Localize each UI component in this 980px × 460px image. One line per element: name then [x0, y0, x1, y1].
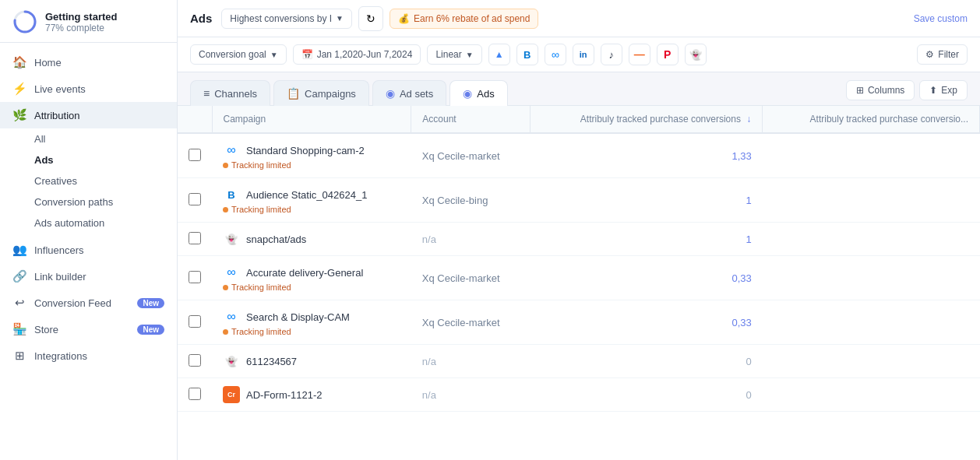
conversions1-cell: 0,33 — [531, 256, 763, 300]
sidebar-item-link-builder[interactable]: 🔗 Link builder — [0, 263, 177, 290]
sidebar-item-conversion-feed[interactable]: ↩ Conversion Feed New — [0, 290, 177, 316]
conversions1-column-header[interactable]: Attribuly tracked purchase conversions ↓ — [531, 106, 763, 133]
tab-ads[interactable]: ◉ Ads — [449, 80, 507, 106]
criteo-icon: — — [634, 48, 645, 61]
channel-linkedin[interactable]: in — [573, 44, 594, 65]
sort-desc-icon: ↓ — [746, 114, 751, 125]
columns-label: Columns — [868, 85, 904, 96]
row-checkbox[interactable] — [189, 193, 201, 205]
sidebar-item-store[interactable]: 🏪 Store New — [0, 316, 177, 342]
tracking-limited-badge: Tracking limited — [223, 160, 400, 170]
channel-bing[interactable]: B — [516, 44, 538, 65]
export-label: Exp — [941, 85, 957, 96]
tiktok-icon: ♪ — [608, 49, 614, 61]
campaign-name: 611234567 — [246, 356, 297, 367]
earn-rebate-button[interactable]: 💰 Earn 6% rebate of ad spend — [390, 9, 538, 29]
channel-snapchat[interactable]: 👻 — [685, 44, 707, 65]
progress-circle-icon — [12, 9, 37, 34]
row-checkbox[interactable] — [189, 315, 201, 328]
criteo-platform-icon: Cr — [223, 386, 240, 403]
tracking-dot-icon — [223, 163, 228, 168]
tab-ad-sets-label: Ad sets — [400, 88, 433, 100]
sidebar-item-influencers[interactable]: 👥 Influencers — [0, 237, 177, 263]
integrations-icon: ⊞ — [12, 349, 26, 363]
sidebar-item-integrations[interactable]: ⊞ Integrations — [0, 342, 177, 369]
attribution-icon: 🌿 — [12, 108, 26, 122]
tracking-limited-badge: Tracking limited — [223, 283, 400, 292]
sidebar-subitem-ads-label: Ads — [34, 154, 54, 166]
tracking-limited-badge: Tracking limited — [223, 205, 400, 214]
sidebar-item-store-label: Store — [34, 324, 58, 335]
campaign-column-header[interactable]: Campaign — [212, 106, 411, 133]
campaign-name: Accurate delivery-General — [246, 267, 363, 279]
sidebar-subitem-all[interactable]: All — [0, 128, 177, 149]
export-button[interactable]: ⬆ Exp — [919, 80, 968, 100]
sidebar-subitem-ads[interactable]: Ads — [0, 149, 177, 170]
channel-criteo[interactable]: — — [629, 44, 650, 65]
save-custom-button[interactable]: Save custom — [914, 13, 968, 24]
campaign-name: Standard Shopping-cam-2 — [246, 145, 365, 156]
linkedin-icon: in — [580, 50, 587, 59]
snapchat-platform-icon: 👻 — [223, 353, 240, 370]
conversion-goal-button[interactable]: Conversion goal ▼ — [190, 44, 287, 65]
tab-ad-sets[interactable]: ◉ Ad sets — [372, 80, 446, 106]
row-checkbox[interactable] — [189, 271, 201, 283]
conversions2-cell — [763, 256, 980, 300]
ads-table: Campaign Account Attribuly tracked purch… — [178, 106, 980, 412]
sidebar-subitem-creatives[interactable]: Creatives — [0, 170, 177, 191]
table-row: CrAD-Form-1121-2n/a0 — [178, 378, 980, 412]
row-checkbox[interactable] — [189, 388, 201, 400]
highest-conversions-label: Highest conversions by I — [230, 13, 332, 24]
sidebar-subitem-creatives-label: Creatives — [34, 175, 77, 187]
highest-conversions-button[interactable]: Highest conversions by I ▼ — [221, 9, 352, 29]
refresh-button[interactable]: ↻ — [358, 6, 383, 31]
conversion-goal-dropdown-icon: ▼ — [270, 51, 278, 59]
meta-icon: ∞ — [552, 48, 559, 61]
filter-bar: Conversion goal ▼ 📅 Jan 1,2020-Jun 7,202… — [178, 37, 980, 72]
tab-campaigns[interactable]: 📋 Campaigns — [273, 80, 369, 106]
conversions2-column-header[interactable]: Attribuly tracked purchase conversio... — [763, 106, 980, 133]
live-events-icon: ⚡ — [12, 82, 26, 96]
attribution-model-label: Linear — [435, 49, 461, 60]
sidebar-item-attribution[interactable]: 🌿 Attribution — [0, 102, 177, 128]
filter-button[interactable]: ⚙ Filter — [917, 44, 968, 65]
sidebar-subitem-ads-automation[interactable]: Ads automation — [0, 212, 177, 234]
conversions2-cell — [763, 378, 980, 412]
conversion-goal-label: Conversion goal — [199, 49, 266, 60]
tab-ads-label: Ads — [477, 88, 494, 100]
store-icon: 🏪 — [12, 322, 26, 336]
channel-meta[interactable]: ∞ — [545, 44, 566, 65]
account-column-header[interactable]: Account — [411, 106, 531, 133]
channel-tiktok[interactable]: ♪ — [601, 44, 622, 65]
row-checkbox[interactable] — [189, 149, 201, 161]
campaign-name: AD-Form-1121-2 — [246, 389, 323, 401]
columns-button[interactable]: ⊞ Columns — [846, 80, 915, 100]
tracking-dot-icon — [223, 285, 228, 290]
attribution-model-button[interactable]: Linear ▼ — [427, 44, 481, 65]
filter-label: Filter — [938, 49, 959, 60]
tab-channels[interactable]: ≡ Channels — [190, 80, 270, 106]
sidebar-item-home[interactable]: 🏠 Home — [0, 49, 177, 75]
tabs-bar: ≡ Channels 📋 Campaigns ◉ Ad sets ◉ Ads ⊞… — [178, 72, 980, 106]
sidebar-item-live-events[interactable]: ⚡ Live events — [0, 75, 177, 102]
conversions2-cell — [763, 178, 980, 223]
campaign-name: snapchat/ads — [246, 234, 306, 245]
earn-rebate-label: Earn 6% rebate of ad spend — [414, 13, 530, 24]
meta-platform-icon: ∞ — [223, 142, 240, 159]
page-title: Ads — [190, 12, 212, 25]
account-cell: n/a — [411, 223, 531, 256]
channel-google[interactable]: ▲ — [488, 44, 510, 65]
attribution-model-dropdown-icon: ▼ — [466, 51, 474, 59]
link-builder-icon: 🔗 — [12, 269, 26, 283]
conversions1-cell: 0 — [531, 378, 763, 412]
pinterest-icon: P — [664, 48, 671, 61]
sidebar-item-live-events-label: Live events — [34, 83, 86, 95]
conversions2-cell — [763, 300, 980, 345]
date-range-button[interactable]: 📅 Jan 1,2020-Jun 7,2024 — [293, 44, 421, 65]
row-checkbox[interactable] — [189, 354, 201, 367]
sidebar-subitem-conversion-paths[interactable]: Conversion paths — [0, 191, 177, 212]
channel-pinterest[interactable]: P — [657, 44, 679, 65]
ad-sets-tab-icon: ◉ — [386, 87, 395, 100]
calendar-icon: 📅 — [301, 49, 313, 60]
row-checkbox[interactable] — [189, 232, 201, 244]
